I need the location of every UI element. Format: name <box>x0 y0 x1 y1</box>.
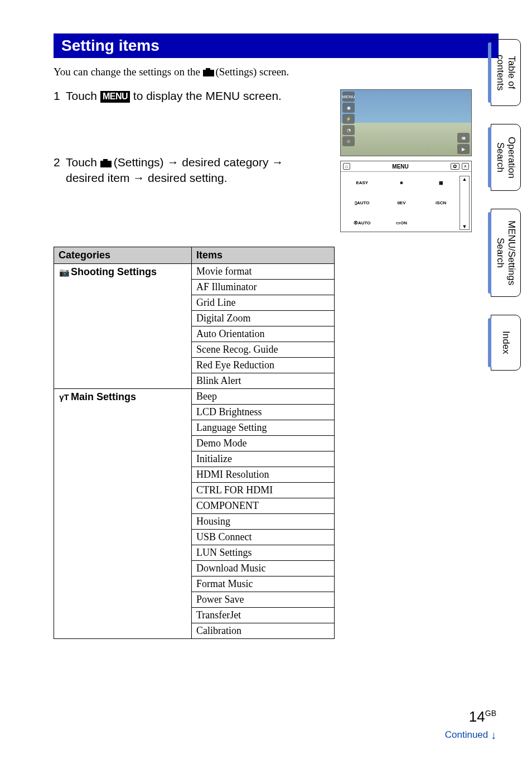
menu-label: MENU <box>352 164 448 170</box>
category-main: γTMain Settings <box>54 388 192 638</box>
timer-icon: ◔ <box>342 125 355 135</box>
header-items: Items <box>192 247 335 263</box>
menu-icon: MENU <box>100 91 130 103</box>
step-number: 2 <box>54 155 62 170</box>
step1-pre: Touch <box>66 89 100 102</box>
device-screenshots: MENU ◉ ⚡ ◔ ☺ i◙ ▶ ⌂ MENU ✿ × EASY ☻ ▦ <box>340 89 472 237</box>
tools-icon: γT <box>59 392 70 402</box>
header-categories: Categories <box>54 247 192 263</box>
page-suffix: GB <box>485 709 496 718</box>
page-number-value: 14 <box>469 708 485 725</box>
item-cell[interactable]: Digital Zoom <box>192 310 335 326</box>
arrow-icon: → <box>272 156 283 169</box>
menu-cell: ▦ <box>424 174 458 191</box>
screenshot-2: ⌂ MENU ✿ × EASY ☻ ▦ ▯AUTO 0EV iSCN ⦿AUTO… <box>340 161 472 232</box>
page-number: 14GB <box>445 708 496 725</box>
item-cell[interactable]: Power Save <box>192 592 335 607</box>
item-cell[interactable]: Blink Alert <box>192 373 335 388</box>
menu-cell: ▭ON <box>385 214 419 231</box>
item-cell[interactable]: COMPONENT <box>192 498 335 513</box>
smile-icon: ☺ <box>342 136 355 146</box>
step-number: 1 <box>54 88 62 103</box>
item-cell[interactable]: Auto Orientation <box>192 326 335 342</box>
page-title: Setting items <box>54 33 499 58</box>
category-label: Shooting Settings <box>71 266 157 277</box>
menu-cell: EASY <box>345 174 379 191</box>
flash-icon: ⚡ <box>342 114 355 124</box>
mode-icon: i◙ <box>457 133 470 143</box>
item-cell[interactable]: USB Connect <box>192 529 335 545</box>
intro-pre: You can change the settings on the <box>54 66 203 78</box>
step2-cat: desired category <box>178 156 272 169</box>
table-header-row: Categories Items <box>54 247 335 263</box>
item-cell[interactable]: LCD Brightness <box>192 404 335 420</box>
table-row: 📷Shooting Settings Movie format <box>54 263 335 279</box>
play-icon: ▶ <box>457 144 470 154</box>
gear-icon: ✿ <box>451 163 460 170</box>
item-cell[interactable]: Movie format <box>192 263 335 279</box>
arrow-icon: → <box>133 171 144 184</box>
intro-post: (Settings) screen. <box>213 66 289 78</box>
screenshot-1: MENU ◉ ⚡ ◔ ☺ i◙ ▶ <box>340 89 472 156</box>
continued-link[interactable]: Continued ↓ <box>445 729 496 742</box>
menu-icon: MENU <box>342 92 355 102</box>
continued-text: Continued <box>445 729 489 740</box>
item-cell[interactable]: Beep <box>192 388 335 404</box>
toolbox-icon: ⌂ <box>343 163 350 170</box>
item-cell[interactable]: CTRL FOR HDMI <box>192 482 335 498</box>
tab-menu-settings-search[interactable]: MENU/Settings Search <box>491 209 521 297</box>
tab-operation-search[interactable]: Operation Search <box>491 124 521 191</box>
page-footer: 14GB Continued ↓ <box>445 708 496 742</box>
step2-a: (Settings) <box>110 156 167 169</box>
step2-c: desired setting. <box>144 171 227 184</box>
item-cell[interactable]: TransferJet <box>192 607 335 623</box>
intro-text: You can change the settings on the (Sett… <box>54 66 499 78</box>
menu-cell: ⦿AUTO <box>345 214 379 231</box>
menu-cell: iSCN <box>424 194 458 211</box>
item-cell[interactable]: Housing <box>192 513 335 529</box>
down-arrow-icon: ↓ <box>491 729 496 741</box>
tab-index[interactable]: Index <box>491 315 521 371</box>
item-cell[interactable]: Download Music <box>192 560 335 576</box>
close-icon: × <box>462 163 469 170</box>
item-cell[interactable]: Calibration <box>192 623 335 638</box>
menu-grid: EASY ☻ ▦ ▯AUTO 0EV iSCN ⦿AUTO ▭ON <box>341 172 471 233</box>
item-cell[interactable]: Red Eye Reduction <box>192 357 335 373</box>
step2-b: desired item <box>66 171 133 184</box>
tab-toc[interactable]: Table of contents <box>491 39 521 106</box>
category-label: Main Settings <box>71 391 136 402</box>
item-cell[interactable]: Scene Recog. Guide <box>192 342 335 357</box>
item-cell[interactable]: AF Illuminator <box>192 279 335 295</box>
settings-icon <box>100 159 110 167</box>
step2-pre: Touch <box>66 156 100 169</box>
side-tabs: Table of contents Operation Search MENU/… <box>491 39 521 371</box>
menu-cell: 0EV <box>385 194 419 211</box>
step1-post: to display the MENU screen. <box>130 89 282 102</box>
item-cell[interactable]: HDMI Resolution <box>192 467 335 482</box>
category-shooting: 📷Shooting Settings <box>54 263 192 388</box>
settings-icon <box>203 68 213 76</box>
menu-cell: ☻ <box>385 174 419 191</box>
item-cell[interactable]: LUN Settings <box>192 545 335 560</box>
item-cell[interactable]: Demo Mode <box>192 435 335 451</box>
item-cell[interactable]: Initialize <box>192 451 335 467</box>
item-cell[interactable]: Format Music <box>192 576 335 592</box>
menu-cell <box>424 214 458 231</box>
arrow-icon: → <box>167 156 178 169</box>
item-cell[interactable]: Language Setting <box>192 420 335 435</box>
scrollbar: ▲▼ <box>460 176 470 230</box>
item-cell[interactable]: Grid Line <box>192 295 335 310</box>
movie-icon: ◉ <box>342 103 355 113</box>
settings-table: Categories Items 📷Shooting Settings Movi… <box>54 247 335 639</box>
camera-icon: 📷 <box>59 267 70 277</box>
table-row: γTMain Settings Beep <box>54 388 335 404</box>
menu-cell: ▯AUTO <box>345 194 379 211</box>
